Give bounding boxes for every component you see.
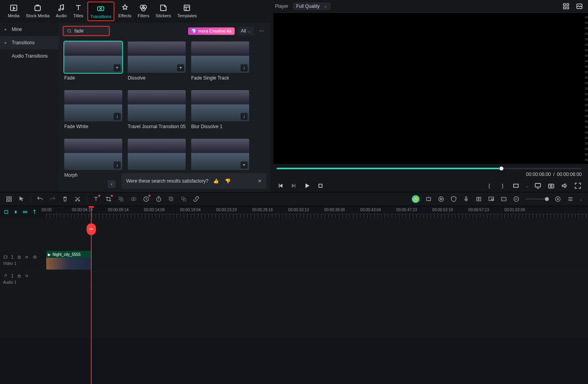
thumbnail[interactable]: ↓ bbox=[64, 139, 122, 170]
ai-button[interactable]: 🙂 bbox=[412, 195, 420, 203]
thumbnail[interactable]: + bbox=[64, 42, 122, 73]
caption-button[interactable] bbox=[500, 196, 507, 203]
tab-stock-media[interactable]: Stock Media bbox=[24, 2, 52, 20]
grid-item[interactable]: ↓Blur Dissolve 1 bbox=[191, 90, 249, 129]
add-icon[interactable]: + bbox=[114, 64, 121, 71]
thumbnail[interactable]: ↓ bbox=[64, 90, 122, 121]
grid-item[interactable]: ↓Fade White bbox=[64, 90, 122, 129]
thumbnail[interactable]: ↓ bbox=[191, 90, 249, 121]
playhead[interactable]: ✂ bbox=[91, 206, 92, 384]
filter-dropdown[interactable]: All⌄ bbox=[238, 27, 254, 35]
sidebar-item-audio-transitions[interactable]: Audio Transitions bbox=[0, 49, 59, 63]
play-button[interactable] bbox=[303, 182, 311, 190]
mark-in-button[interactable]: { bbox=[485, 182, 493, 190]
video-track-header[interactable]: 1 Video 1 bbox=[0, 249, 46, 271]
fullscreen-button[interactable] bbox=[574, 182, 582, 190]
marker-button[interactable] bbox=[31, 209, 38, 215]
grid-item[interactable]: +Dissolve bbox=[128, 42, 186, 81]
more-menu[interactable]: ⋯ bbox=[257, 27, 266, 35]
empty-track-area[interactable] bbox=[0, 287, 588, 338]
speed-button[interactable] bbox=[143, 196, 150, 203]
music-button[interactable] bbox=[475, 196, 482, 203]
video-clip[interactable]: ▶Night_city_5555 bbox=[46, 251, 91, 270]
tab-titles[interactable]: Titles bbox=[71, 2, 86, 20]
collapse-sidebar-button[interactable]: ‹ bbox=[108, 180, 116, 188]
zoom-slider[interactable] bbox=[525, 199, 549, 199]
crop-button[interactable] bbox=[105, 196, 112, 203]
lock-icon[interactable] bbox=[17, 255, 22, 259]
thumbnail[interactable] bbox=[128, 139, 186, 170]
text-button[interactable] bbox=[92, 196, 100, 203]
download-icon[interactable]: ↓ bbox=[241, 113, 248, 120]
tab-effects[interactable]: Effects bbox=[116, 2, 134, 20]
chevron-down-icon[interactable]: ⌄ bbox=[579, 197, 583, 201]
quality-dropdown[interactable]: Full Quality bbox=[293, 2, 331, 10]
add-icon[interactable]: + bbox=[177, 64, 184, 71]
ratio-button[interactable] bbox=[512, 182, 520, 190]
enhance-button[interactable] bbox=[425, 196, 432, 203]
redo-button[interactable] bbox=[49, 196, 56, 203]
timer-button[interactable] bbox=[155, 196, 162, 203]
close-feedback-button[interactable]: ✕ bbox=[258, 178, 262, 184]
search-input-wrap[interactable] bbox=[63, 26, 110, 36]
split-button[interactable]: ✂ bbox=[87, 223, 96, 235]
ripple-button[interactable] bbox=[22, 209, 28, 215]
grid-item[interactable]: Brush And Ink Transition 37 bbox=[128, 139, 186, 178]
mask-button[interactable] bbox=[130, 196, 137, 203]
search-input[interactable] bbox=[74, 28, 102, 34]
next-frame-button[interactable] bbox=[290, 182, 298, 190]
cut-button[interactable] bbox=[74, 196, 81, 203]
download-icon[interactable]: ↓ bbox=[241, 64, 248, 71]
thumbnail[interactable] bbox=[128, 90, 186, 121]
grid-item[interactable]: +Warp Zoom 6 bbox=[191, 139, 249, 178]
record-button[interactable] bbox=[438, 196, 445, 203]
thumbnail[interactable]: ↓ bbox=[191, 42, 249, 73]
tab-transitions[interactable]: Transitions bbox=[87, 2, 114, 21]
duplicate-button[interactable] bbox=[180, 196, 187, 203]
grid-item[interactable]: Travel Journal Transition 05 bbox=[128, 90, 186, 129]
grid-item[interactable]: +Fade bbox=[64, 42, 122, 81]
snap-button[interactable] bbox=[3, 209, 9, 215]
lock-icon[interactable] bbox=[17, 274, 22, 278]
thumbs-up-button[interactable]: 👍 bbox=[212, 177, 220, 185]
video-track-body[interactable]: ▶Night_city_5555 bbox=[46, 249, 588, 271]
volume-button[interactable] bbox=[561, 182, 568, 190]
grid-item[interactable]: ↓Fade Single Track bbox=[191, 42, 249, 81]
tab-stickers[interactable]: Stickers bbox=[153, 2, 173, 20]
sidebar-item-transitions[interactable]: ▸Transitions bbox=[0, 36, 59, 49]
thumbnail[interactable]: + bbox=[191, 139, 249, 170]
grid-item[interactable]: ↓Morph bbox=[64, 139, 122, 178]
layout-icon[interactable] bbox=[5, 196, 13, 203]
sidebar-item-mine[interactable]: ▸Mine bbox=[0, 23, 59, 36]
unlink-button[interactable] bbox=[193, 196, 200, 203]
mute-icon[interactable] bbox=[25, 274, 29, 278]
timeline-ruler[interactable]: :00:0000:00:04:1900:00:09:1400:00:14:090… bbox=[46, 206, 588, 218]
chevron-down-icon[interactable]: ⌄ bbox=[525, 184, 528, 188]
player-viewport[interactable] bbox=[273, 13, 585, 164]
stop-button[interactable] bbox=[317, 182, 324, 190]
tab-filters[interactable]: Filters bbox=[135, 2, 152, 20]
pip-button[interactable] bbox=[488, 196, 495, 203]
player-progress[interactable] bbox=[277, 168, 582, 169]
display-button[interactable] bbox=[534, 182, 542, 190]
progress-knob[interactable] bbox=[499, 167, 503, 170]
tab-templates[interactable]: Templates bbox=[175, 2, 199, 20]
thumbs-down-button[interactable]: 👎 bbox=[224, 177, 232, 185]
link-button[interactable] bbox=[13, 209, 19, 215]
tab-media[interactable]: Media bbox=[5, 2, 22, 20]
zoom-knob[interactable] bbox=[545, 197, 549, 201]
list-view-button[interactable] bbox=[567, 196, 574, 203]
thumbnail[interactable]: + bbox=[128, 42, 186, 73]
download-icon[interactable]: ↓ bbox=[114, 113, 121, 120]
zoom-in-button[interactable] bbox=[554, 196, 561, 203]
mark-out-button[interactable]: } bbox=[499, 182, 507, 190]
group-button[interactable] bbox=[118, 196, 125, 203]
creative-assets-button[interactable]: 💎mora Creative As bbox=[188, 27, 234, 35]
download-icon[interactable]: ↓ bbox=[114, 161, 121, 168]
cursor-icon[interactable] bbox=[18, 196, 25, 203]
image-icon[interactable] bbox=[575, 2, 583, 10]
tab-audio[interactable]: Audio bbox=[54, 2, 69, 20]
snapshot-button[interactable] bbox=[547, 182, 555, 190]
copy-button[interactable] bbox=[168, 196, 175, 203]
delete-button[interactable] bbox=[62, 196, 69, 203]
